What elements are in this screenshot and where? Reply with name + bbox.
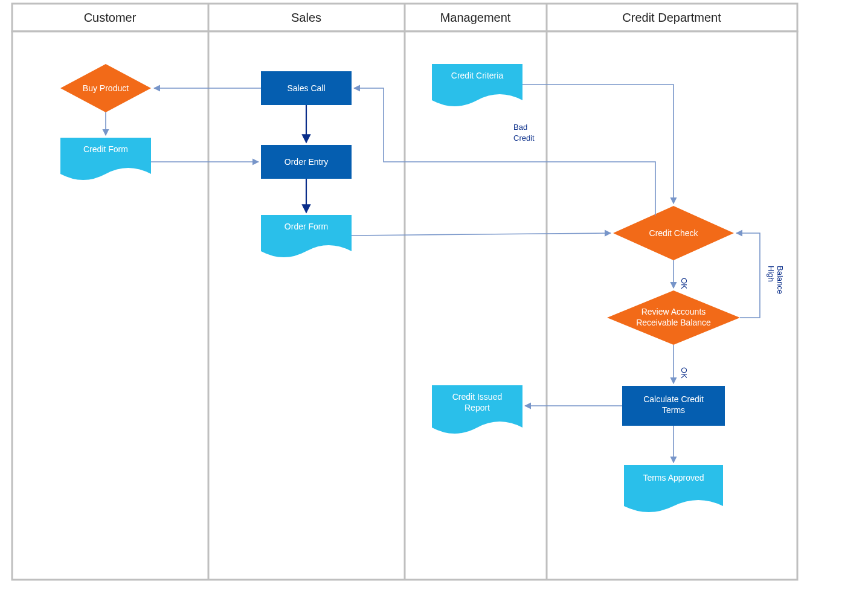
- label-ok-2: OK: [680, 367, 689, 379]
- svg-text:Calculate Credit: Calculate Credit: [643, 394, 704, 404]
- label-balance: Balance: [776, 266, 785, 294]
- lane-header-credit: Credit Department: [622, 11, 721, 24]
- label-ok-1: OK: [680, 278, 689, 289]
- svg-text:Receivable Balance: Receivable Balance: [636, 318, 711, 327]
- svg-text:Credit Form: Credit Form: [83, 144, 128, 154]
- lane-header-customer: Customer: [84, 11, 137, 24]
- swimlane-diagram: Customer Sales Management Credit Departm…: [0, 0, 868, 590]
- lane-header-sales: Sales: [291, 11, 321, 24]
- node-sales-call: Sales Call: [261, 71, 352, 105]
- label-high: High: [767, 266, 776, 282]
- node-calc-terms: Calculate Credit Terms: [622, 386, 725, 426]
- svg-text:Credit Criteria: Credit Criteria: [451, 71, 504, 80]
- svg-text:Order Entry: Order Entry: [285, 157, 328, 167]
- svg-text:Report: Report: [465, 403, 490, 412]
- svg-text:Terms: Terms: [662, 405, 685, 415]
- svg-text:Terms Approved: Terms Approved: [643, 473, 704, 483]
- label-bad-credit-2: Credit: [513, 133, 535, 143]
- label-bad-credit-1: Bad: [513, 123, 527, 132]
- svg-text:Review Accounts: Review Accounts: [641, 307, 706, 316]
- svg-text:Buy Product: Buy Product: [83, 83, 129, 93]
- svg-text:Credit Issued: Credit Issued: [452, 392, 502, 402]
- node-order-entry: Order Entry: [261, 145, 352, 179]
- svg-text:Credit Check: Credit Check: [649, 228, 699, 238]
- lane-header-management: Management: [440, 11, 511, 24]
- svg-text:Sales Call: Sales Call: [287, 83, 325, 93]
- svg-text:Order Form: Order Form: [285, 222, 328, 231]
